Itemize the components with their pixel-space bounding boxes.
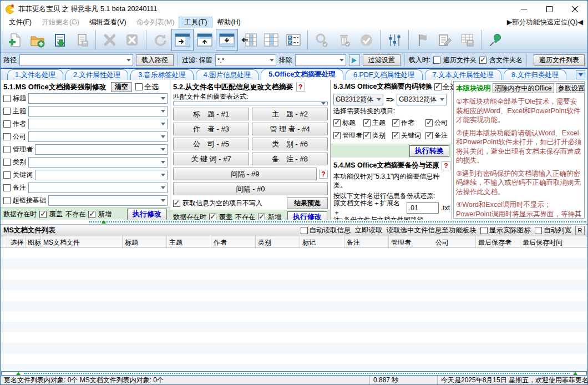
read-selected-command[interactable]: 读取选中文件信息至功能板块 [387,226,477,235]
panel-right-toggle[interactable] [171,29,194,51]
minimize-button[interactable] [511,1,536,17]
overwrite-checkbox-51[interactable] [39,211,47,218]
tab-file-attributes[interactable]: 2.文件属性处理 [65,69,128,80]
convert-category-checkbox[interactable] [363,132,371,139]
convert-comments-checkbox[interactable] [425,132,433,139]
company-combo[interactable] [28,131,168,142]
token-company-button[interactable]: 公 司 - #5 [173,138,249,150]
token-category-button[interactable]: 类 别 - #6 [252,138,328,150]
auto-read-checkbox[interactable] [301,227,308,234]
tab-filename[interactable]: 1.文件名处理 [7,69,63,80]
token-keywords-button[interactable]: 关 键 词 - #7 [173,153,249,165]
trash-check-button[interactable] [333,29,355,51]
auto-width-checkbox[interactable] [535,227,542,234]
menu-tools[interactable]: 工具(T) [179,17,212,28]
traverse-file-list-button[interactable]: 遍历文件列表 [534,54,585,66]
edit-list-button[interactable] [434,29,456,51]
company-checkbox[interactable] [3,133,11,140]
execute-modify-51-button[interactable]: 执行修改 [127,209,167,220]
convert-subject-checkbox[interactable] [363,119,371,126]
token-gap9-button[interactable]: 间隔 - #9 [173,168,317,180]
help-52-button[interactable]: ? [296,83,305,92]
menu-help[interactable]: 帮助(H) [212,17,245,28]
token-subject-button[interactable]: 主 题 - #2 [252,108,328,120]
menu-edit-view[interactable]: 编辑查看(V) [84,17,131,28]
traverse-folders-checkbox[interactable] [433,57,440,64]
author-checkbox[interactable] [3,120,11,128]
manager-checkbox[interactable] [3,146,11,153]
category-checkbox[interactable] [3,159,11,166]
title-checkbox[interactable] [3,95,11,102]
save-list-button[interactable] [70,29,93,51]
table-columns-button[interactable] [260,29,282,51]
column-author[interactable]: 作者 [211,236,256,247]
show-icons-checkbox[interactable] [480,227,488,234]
author-combo[interactable] [28,119,168,129]
column-rowmark[interactable] [1,236,8,247]
manager-combo[interactable] [35,144,168,155]
open-folder-button[interactable] [26,29,48,51]
convert-manager-checkbox[interactable] [333,132,341,139]
delete-button[interactable] [99,29,121,51]
backup-suffix-input[interactable] [407,202,439,214]
to-encoding-combo[interactable]: GB2312简体 [397,94,447,105]
column-manager[interactable]: 管理者 [389,236,433,247]
comments-checkbox[interactable] [3,184,11,191]
include-folder-name-checkbox[interactable] [479,57,486,64]
add-checkbox-51[interactable] [88,211,95,218]
token-author-button[interactable]: 作 者 - #3 [173,123,249,135]
path-combo[interactable] [19,54,133,66]
column-comments[interactable]: 备注 [344,236,389,247]
clear-button[interactable]: 清空 [111,82,132,92]
r-button[interactable]: R [575,226,585,235]
column-title[interactable]: 标题 [123,236,167,247]
comments-combo[interactable] [28,183,168,193]
filter-combo[interactable]: *.* [215,54,276,66]
tab-overflow-button[interactable] [576,70,585,79]
tab-office-summary[interactable]: 5.Office文档摘要处理 [261,69,343,80]
menu-start-rename[interactable]: 开始更名(G) [37,17,84,28]
tab-music-tags[interactable]: 3.音乐标签处理 [130,69,193,80]
title-combo[interactable] [28,93,168,104]
tab-file-classify[interactable]: 8.文件归类处理 [504,69,566,80]
help-gap-button[interactable]: ? [319,170,328,179]
horizontal-splitter[interactable] [1,220,587,224]
hyperlink-base-checkbox[interactable] [3,197,11,204]
file-list-body[interactable] [1,248,587,371]
read-now-command[interactable]: 立即读取 [355,226,383,235]
tab-text-attributes[interactable]: 7.文本文件属性处理 [425,69,501,80]
table-import-button[interactable] [238,29,260,51]
clear-office-memory-button[interactable]: 清除内存中的Office [493,83,554,93]
keywords-combo[interactable] [35,170,168,180]
panel-bottom-toggle[interactable] [216,29,238,51]
token-comments-button[interactable]: 备 注 - #8 [252,153,328,165]
subject-combo[interactable] [28,106,168,116]
skip-empty-checkbox[interactable] [173,200,180,207]
expression-combo[interactable] [173,102,328,105]
from-encoding-combo[interactable]: GB2312简体 [333,94,383,105]
column-subject[interactable]: 主题 [167,236,211,247]
filter-sliders-button[interactable] [383,29,405,51]
select-all-53-checkbox[interactable] [434,83,442,90]
category-combo[interactable] [28,157,168,168]
filter-settings-button[interactable]: 过滤设置 [363,54,401,66]
help-54-button[interactable]: ? [442,161,450,170]
column-select[interactable]: 选择 [8,236,26,247]
search-check-button[interactable] [311,29,333,51]
convert-company-checkbox[interactable] [425,119,433,126]
maximize-button[interactable] [536,1,562,17]
table-save-button[interactable] [456,29,478,51]
menu-command-list[interactable]: 命令列表(M) [131,17,180,28]
convert-author-checkbox[interactable] [392,119,399,126]
menu-file[interactable]: 文件(F) [4,17,37,28]
checklist-button[interactable] [282,29,305,51]
panel-top-toggle[interactable] [194,29,216,51]
tab-image-info[interactable]: 4.图片信息处理 [196,69,258,80]
column-tag[interactable]: 标记 [300,236,344,247]
load-path-button[interactable]: 载入路径 [136,54,174,66]
preview-results-button[interactable]: 结果预览 [287,197,328,209]
keywords-checkbox[interactable] [3,171,11,179]
bottom-splitter[interactable] [1,371,587,376]
column-category[interactable]: 类别 [256,236,300,247]
hyperlink-base-combo[interactable] [48,195,168,206]
